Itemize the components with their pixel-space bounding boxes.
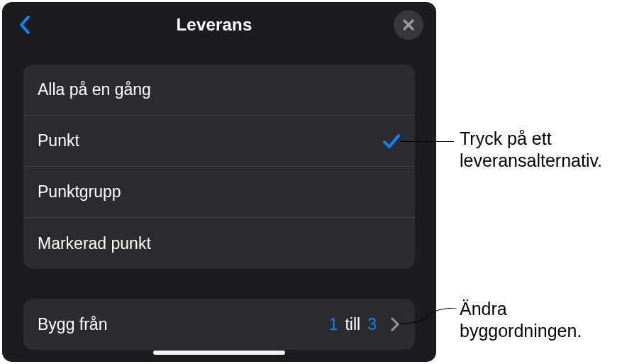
option-by-bullet-group[interactable]: Punktgrupp <box>23 167 415 218</box>
build-to-value: 3 <box>367 315 377 334</box>
back-button[interactable] <box>15 15 35 35</box>
callout-change-build-order: Ändra byggordningen. <box>460 298 582 343</box>
panel-content: Alla på en gång Punkt Punktgrupp Markera… <box>2 48 436 362</box>
option-by-highlighted-bullet[interactable]: Markerad punkt <box>23 218 415 269</box>
build-conjunction: till <box>345 315 360 334</box>
checkmark-icon <box>382 132 401 150</box>
callout-line: byggordningen. <box>460 320 582 342</box>
delivery-panel: Leverans Alla på en gång Punkt Punktgrup… <box>2 2 436 362</box>
callout-tap-option: Tryck på ett leveransalternativ. <box>460 128 602 172</box>
close-icon <box>402 18 415 31</box>
build-from-value: 1 <box>329 315 338 334</box>
callout-line: Ändra <box>460 298 582 320</box>
callout-line: Tryck på ett <box>460 128 602 150</box>
callout-line: leveransalternativ. <box>460 150 602 172</box>
close-button[interactable] <box>394 10 423 40</box>
home-indicator[interactable] <box>153 351 285 355</box>
delivery-options-list: Alla på en gång Punkt Punktgrupp Markera… <box>23 65 415 269</box>
callout-leader <box>400 141 454 142</box>
build-from-label: Bygg från <box>38 315 329 334</box>
build-from-row[interactable]: Bygg från 1 till 3 <box>23 299 415 350</box>
option-label: Punktgrupp <box>38 182 121 202</box>
chevron-right-icon <box>391 316 401 332</box>
option-label: Alla på en gång <box>38 80 151 99</box>
option-label: Markerad punkt <box>38 234 151 253</box>
panel-header: Leverans <box>2 2 436 48</box>
option-label: Punkt <box>38 131 79 150</box>
build-from-values: 1 till 3 <box>329 315 401 334</box>
panel-title: Leverans <box>177 15 252 35</box>
option-by-bullet[interactable]: Punkt <box>23 116 415 167</box>
option-all-at-once[interactable]: Alla på en gång <box>23 65 415 116</box>
chevron-left-icon <box>18 15 31 35</box>
